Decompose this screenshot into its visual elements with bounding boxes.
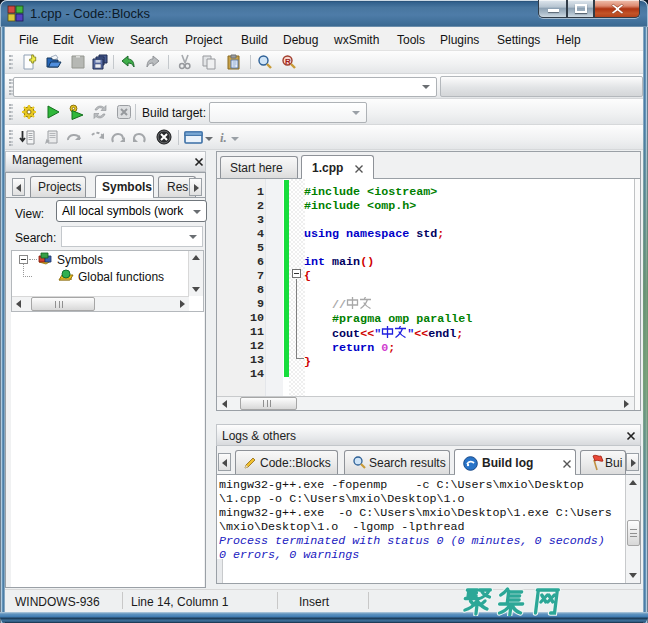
svg-text:R: R [285,57,291,66]
